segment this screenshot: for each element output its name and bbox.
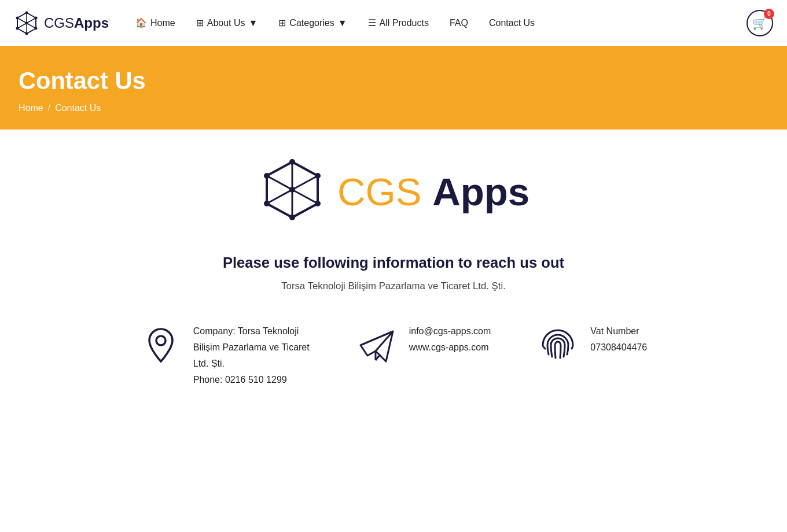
main-content: CGS Apps Please use following informatio… bbox=[0, 130, 787, 422]
fingerprint-icon bbox=[537, 324, 579, 366]
nav-home-label: Home bbox=[150, 18, 175, 28]
nav-home[interactable]: 🏠 Home bbox=[127, 12, 183, 34]
breadcrumb: Home / Contact Us bbox=[19, 103, 768, 113]
cgs-logo-icon bbox=[14, 10, 39, 36]
location-icon bbox=[140, 324, 182, 366]
svg-point-21 bbox=[289, 187, 295, 193]
email-link[interactable]: info@cgs-apps.com bbox=[409, 326, 491, 336]
svg-point-9 bbox=[16, 16, 19, 19]
info-subtext: Torsa Teknoloji Bilişim Pazarlama ve Tic… bbox=[281, 280, 506, 292]
telegram-icon bbox=[356, 324, 398, 366]
nav-contactus-label: Contact Us bbox=[489, 18, 535, 28]
cart-badge: 0 bbox=[764, 9, 774, 19]
svg-point-4 bbox=[25, 11, 28, 14]
company-line1: Company: Torsa Teknoloji bbox=[193, 324, 310, 338]
svg-point-17 bbox=[315, 201, 321, 206]
svg-point-16 bbox=[315, 173, 321, 179]
svg-point-6 bbox=[35, 27, 38, 29]
categories-chevron-icon: ▼ bbox=[338, 18, 347, 28]
nav-items: 🏠 Home ⊞ About Us ▼ ⊞ Categories ▼ ☰ All… bbox=[127, 12, 746, 34]
about-chevron-icon: ▼ bbox=[249, 18, 258, 28]
cart-icon: 🛒 bbox=[752, 16, 767, 30]
big-logo-text: CGS Apps bbox=[337, 172, 529, 211]
nav-about-label: About Us bbox=[207, 18, 245, 28]
svg-point-5 bbox=[35, 16, 38, 19]
info-heading: Please use following information to reac… bbox=[223, 254, 564, 271]
nav-contactus[interactable]: Contact Us bbox=[481, 12, 543, 34]
svg-point-8 bbox=[16, 27, 19, 29]
address-body: Company: Torsa Teknoloji Bilişim Pazarla… bbox=[193, 324, 310, 387]
home-icon: 🏠 bbox=[135, 17, 147, 28]
brand-apps: Apps bbox=[74, 15, 109, 31]
svg-point-10 bbox=[25, 21, 28, 24]
company-line2: Bilişim Pazarlama ve Ticaret bbox=[193, 341, 310, 354]
brand-logo[interactable]: CGSApps bbox=[14, 10, 109, 36]
categories-icon: ⊞ bbox=[278, 17, 286, 28]
email-body: info@cgs-apps.com www.cgs-apps.com bbox=[409, 324, 491, 354]
svg-point-20 bbox=[264, 173, 270, 179]
nav-faq[interactable]: FAQ bbox=[442, 12, 476, 34]
nav-allproducts[interactable]: ☰ All Products bbox=[360, 12, 437, 34]
nav-about[interactable]: ⊞ About Us ▼ bbox=[188, 12, 266, 34]
cart-button[interactable]: 🛒 0 bbox=[746, 10, 773, 36]
nav-allproducts-label: All Products bbox=[380, 18, 429, 28]
phone-label: Phone: 0216 510 1299 bbox=[193, 373, 310, 387]
vat-label: Vat Number bbox=[590, 324, 647, 338]
logo-section: CGS Apps bbox=[258, 157, 529, 227]
about-icon: ⊞ bbox=[196, 17, 204, 28]
hero-banner: Contact Us Home / Contact Us bbox=[0, 46, 787, 130]
website-link[interactable]: www.cgs-apps.com bbox=[409, 342, 489, 352]
svg-point-7 bbox=[25, 32, 28, 35]
brand-name: CGSApps bbox=[44, 15, 109, 31]
company-line3: Ltd. Şti. bbox=[193, 357, 310, 371]
vat-number: 07308404476 bbox=[590, 341, 647, 354]
breadcrumb-home[interactable]: Home bbox=[19, 103, 43, 113]
navbar: CGSApps 🏠 Home ⊞ About Us ▼ ⊞ Categories… bbox=[0, 0, 787, 46]
nav-categories-label: Categories bbox=[289, 18, 334, 28]
logo-apps: Apps bbox=[432, 170, 529, 213]
svg-point-22 bbox=[156, 336, 166, 345]
contact-cards: Company: Torsa Teknoloji Bilişim Pazarla… bbox=[75, 324, 712, 387]
nav-categories[interactable]: ⊞ Categories ▼ bbox=[270, 12, 355, 34]
breadcrumb-separator: / bbox=[48, 103, 50, 113]
svg-point-19 bbox=[264, 201, 270, 206]
svg-point-18 bbox=[289, 215, 295, 220]
breadcrumb-current: Contact Us bbox=[55, 103, 101, 113]
big-logo-icon bbox=[258, 157, 327, 227]
vat-body: Vat Number 07308404476 bbox=[590, 324, 647, 354]
logo-cgs: CGS bbox=[337, 170, 432, 213]
nav-faq-label: FAQ bbox=[450, 18, 468, 28]
svg-point-15 bbox=[289, 159, 295, 165]
contact-card-address: Company: Torsa Teknoloji Bilişim Pazarla… bbox=[140, 324, 310, 387]
page-title: Contact Us bbox=[19, 67, 768, 95]
contact-card-email: info@cgs-apps.com www.cgs-apps.com bbox=[356, 324, 491, 366]
allproducts-icon: ☰ bbox=[368, 17, 376, 28]
contact-card-vat: Vat Number 07308404476 bbox=[537, 324, 647, 366]
